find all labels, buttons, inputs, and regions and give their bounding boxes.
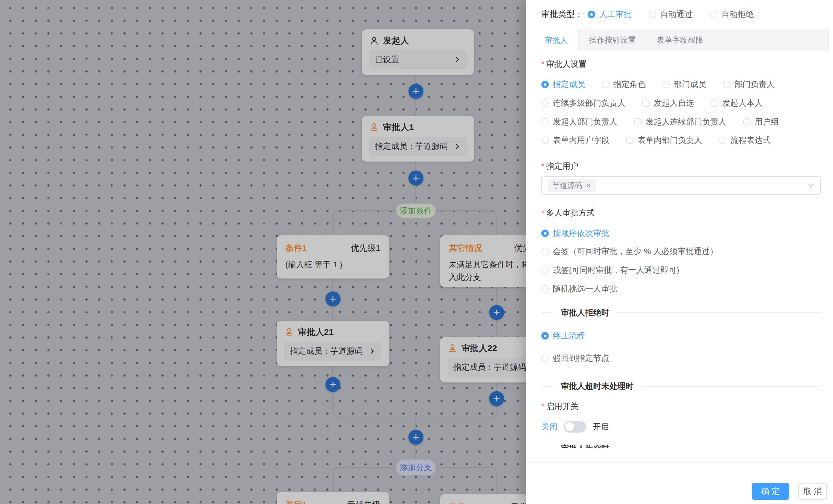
condition-title: 并行1: [285, 499, 307, 504]
radio-multi-level-dept-leader[interactable]: 连续多级部门负责人: [541, 98, 625, 108]
node-title-text: 审批人21: [298, 327, 333, 337]
multi-approve-option1: 按顺序依次审批: [541, 228, 609, 239]
condition-priority: 优先级1: [351, 243, 380, 253]
radio-random-one[interactable]: 随机挑选一人审批: [541, 283, 617, 294]
radio-dot: [588, 11, 595, 18]
approval-type-row: 审批类型： 人工审批 自动通过 自动拒绝: [541, 0, 824, 29]
assigned-user-label: 指定用户: [541, 160, 578, 172]
stamp-icon: [448, 343, 457, 353]
node-approver21-config[interactable]: 指定成员：芋道源码: [284, 342, 382, 360]
timeout-enable-toggle[interactable]: [564, 421, 586, 433]
node-approver21[interactable]: 审批人21 指定成员：芋道源码: [277, 321, 389, 366]
radio-dept-member[interactable]: 部门成员: [662, 79, 706, 90]
approval-type-label: 审批类型：: [541, 9, 583, 20]
chevron-down-icon: [807, 182, 814, 189]
branch-merge-line: [333, 403, 497, 419]
add-node-plus-button[interactable]: +: [326, 377, 340, 392]
config-scroll-area: 审批人设置 指定成员 指定角色 部门成员 部门负责人 连续多级部门负责人 发起人…: [526, 52, 833, 448]
reject-section-divider: 审批人拒绝时: [541, 307, 821, 319]
radio-countersign[interactable]: 会签（可同时审批，至少 % 人必须审批通过）: [541, 246, 718, 257]
radio-dept-leader[interactable]: 部门负责人: [723, 79, 775, 90]
tab-approver[interactable]: 审批人: [534, 29, 579, 51]
condition-desc: (输入框 等于 1 ): [285, 258, 380, 271]
config-tabbar: 审批人 操作按钮设置 表单字段权限: [534, 29, 829, 51]
node-parallel1[interactable]: 并行1 无优先级: [277, 492, 389, 504]
node-approver1-config[interactable]: 指定成员：芋道源码: [369, 137, 467, 156]
node-config-drawer: 审批类型： 人工审批 自动通过 自动拒绝 审批人 操作按钮设置 表单字段权限 审…: [526, 0, 833, 504]
node-initiator-config[interactable]: 已设置: [369, 50, 467, 69]
radio-auto-reject[interactable]: 自动拒绝: [710, 9, 754, 20]
confirm-button[interactable]: 确 定: [752, 483, 789, 500]
node-body-text: 指定成员：芋道源码: [453, 362, 526, 373]
chevron-right-icon: [368, 347, 376, 355]
condition-title: 条件1: [285, 243, 307, 253]
node-approver1-title: 审批人1: [369, 122, 467, 133]
node-initiator-title: 发起人: [369, 35, 467, 46]
radio-specified-role[interactable]: 指定角色: [602, 79, 646, 90]
add-node-plus-button[interactable]: +: [408, 430, 423, 445]
add-condition-pill[interactable]: 添加条件: [396, 203, 436, 218]
user-tag-text: 芋道源码: [552, 181, 582, 191]
switch-off-label: 关闭: [541, 421, 557, 432]
reject-section-title: 审批人拒绝时: [561, 307, 609, 318]
condition-title: 并行2: [449, 502, 470, 504]
node-approver1[interactable]: 审批人1 指定成员：芋道源码: [362, 116, 474, 161]
add-branch-pill[interactable]: 添加分支: [396, 459, 436, 476]
enable-switch-row: 关闭 开启: [541, 420, 609, 434]
radio-initiator-consecutive-dept-leader[interactable]: 发起人连续部门负责人: [634, 116, 727, 127]
radio-auto-approve[interactable]: 自动通过: [649, 9, 693, 20]
radio-form-user-field[interactable]: 表单内用户字段: [541, 135, 609, 146]
multi-approve-label: 多人审批方式: [541, 207, 595, 219]
tab-action-buttons[interactable]: 操作按钮设置: [579, 29, 646, 51]
tag-close-icon[interactable]: [586, 183, 592, 188]
radio-manual-approval[interactable]: 人工审批: [588, 9, 632, 20]
assigned-user-select[interactable]: 芋道源码: [541, 176, 821, 195]
switch-on-label: 开启: [593, 421, 609, 432]
node-title-text: 发起人: [383, 35, 409, 46]
radio-initiator-dept-leader[interactable]: 发起人部门负责人: [541, 116, 617, 127]
chevron-right-icon: [453, 56, 461, 64]
cancel-button[interactable]: 取 消: [798, 483, 827, 500]
add-node-plus-button[interactable]: +: [408, 84, 423, 99]
approver-setting-row2: 连续多级部门负责人 发起人自选 发起人本人: [541, 97, 822, 109]
radio-sequential-approval[interactable]: 按顺序依次审批: [541, 228, 609, 239]
radio-dot: [710, 11, 717, 18]
add-node-plus-button[interactable]: +: [408, 171, 423, 185]
radio-form-dept-leader[interactable]: 表单内部门负责人: [626, 135, 702, 146]
node-title-text: 审批人1: [383, 122, 414, 133]
reject-option1: 终止流程: [541, 330, 585, 342]
condition-priority: 无优先级: [347, 499, 380, 504]
tab-form-field-permissions[interactable]: 表单字段权限: [646, 29, 714, 51]
radio-user-group[interactable]: 用户组: [743, 116, 779, 127]
workflow-designer: 发起人 已设置 + 审批人1 指定成员：芋道源码: [0, 0, 833, 504]
radio-initiator-self[interactable]: 发起人本人: [711, 98, 763, 108]
approver-setting-label: 审批人设置: [541, 58, 587, 70]
chevron-right-icon: [453, 143, 461, 150]
radio-specified-member[interactable]: 指定成员: [541, 79, 585, 90]
add-node-plus-button[interactable]: +: [326, 292, 340, 306]
node-body-text: 已设置: [375, 54, 399, 65]
approver-setting-row3: 发起人部门负责人 发起人连续部门负责人 用户组: [541, 116, 822, 128]
node-approver21-title: 审批人21: [284, 327, 382, 337]
timeout-section-title: 审批人超时未处理时: [561, 381, 634, 392]
radio-process-expression[interactable]: 流程表达式: [719, 135, 771, 146]
empty-approver-title: 审批人为空时: [561, 443, 609, 448]
radio-return-to-node[interactable]: 驳回到指定节点: [541, 353, 609, 364]
add-node-plus-button[interactable]: +: [489, 391, 504, 406]
condition-title: 其它情况: [449, 243, 482, 253]
approver-setting-row1: 指定成员 指定角色 部门成员 部门负责人: [541, 79, 822, 90]
radio-initiator-self-select[interactable]: 发起人自选: [642, 98, 694, 108]
add-node-plus-button[interactable]: +: [489, 305, 504, 320]
multi-approve-option3: 或签(可同时审批，有一人通过即可): [541, 264, 680, 276]
node-body-text: 指定成员：芋道源码: [375, 141, 448, 152]
node-condition1[interactable]: 条件1 优先级1 (输入框 等于 1 ): [277, 235, 389, 278]
node-initiator[interactable]: 发起人 已设置: [362, 29, 474, 75]
approver-setting-row4: 表单内用户字段 表单内部门负责人 流程表达式: [541, 134, 822, 146]
node-title-text: 审批人22: [461, 343, 497, 354]
radio-terminate-process[interactable]: 终止流程: [541, 330, 585, 341]
enable-switch-label: 启用开关: [541, 401, 578, 412]
multi-approve-option4: 随机挑选一人审批: [541, 283, 617, 295]
stamp-icon: [284, 327, 294, 337]
radio-orsign[interactable]: 或签(可同时审批，有一人通过即可): [541, 265, 680, 276]
stamp-icon: [369, 122, 379, 132]
